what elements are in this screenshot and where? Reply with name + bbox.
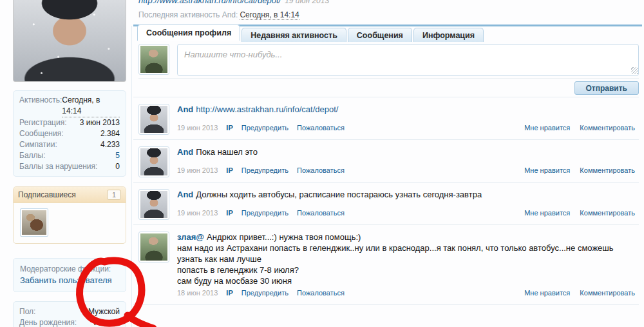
stat-label: День рождения: — [19, 317, 77, 327]
gender-value: Мужской — [88, 306, 120, 317]
ip-link[interactable]: IP — [226, 209, 232, 217]
warn-link[interactable]: Предупредить — [242, 124, 289, 132]
composer-footer: Отправить — [138, 78, 639, 96]
stat-row-activity: Активность: Сегодня, в 14:14 — [19, 95, 120, 117]
like-link[interactable]: Мне нравится — [524, 209, 570, 217]
post-date: 19 июн 2013 — [177, 124, 218, 132]
last-activity-label: Последняя активность And: — [138, 10, 238, 19]
post-text: AndДолжны ходить автобусы, расписание по… — [177, 189, 636, 200]
profile-post: Andhttp://www.astrakhan.ru/info/cat/depo… — [133, 97, 639, 140]
warn-link[interactable]: Предупредить — [242, 209, 289, 217]
post-message: Пока нашел это — [196, 147, 258, 157]
ip-link[interactable]: IP — [226, 166, 232, 174]
follower-avatar-image — [22, 210, 46, 235]
quoted-link-line: http://www.astrakhan.ru/info/cat/depot/1… — [138, 0, 329, 5]
stat-label: Регистрация: — [19, 117, 66, 128]
last-activity-line: Последняя активность And:Сегодня, в 14:1… — [138, 10, 299, 19]
profile-post: AndПока нашел это 19 июн 2013 IP Предупр… — [133, 140, 639, 183]
post-message-line: сам буду на мосбазе 30 июня — [177, 275, 636, 286]
like-link[interactable]: Мне нравится — [524, 166, 570, 174]
report-link[interactable]: Пожаловаться — [297, 124, 345, 132]
post-body: Andhttp://www.astrakhan.ru/info/cat/depo… — [177, 104, 636, 139]
birthday-value: Июнь 3 — [93, 317, 120, 327]
personal-row-gender: Пол: Мужской — [19, 306, 120, 317]
post-message: Должны ходить автобусы, расписание поста… — [196, 190, 482, 199]
stat-label: Активность: — [19, 95, 62, 117]
stat-value: 3 июн 2013 — [80, 117, 120, 128]
comment-link[interactable]: Комментировать — [580, 166, 635, 174]
tab-messages[interactable]: Сообщения — [348, 28, 412, 42]
followers-body — [14, 203, 126, 243]
ban-user-link[interactable]: Забанить пользователя — [20, 275, 119, 286]
personal-info-box: Пол: Мужской День рождения: Июнь 3 Адрес… — [13, 301, 126, 327]
report-link[interactable]: Пожаловаться — [297, 209, 345, 217]
profile-posts-list: Andhttp://www.astrakhan.ru/info/cat/depo… — [133, 97, 639, 305]
post-date: 18 июн 2013 — [177, 289, 218, 297]
quoted-url-link[interactable]: http://www.astrakhan.ru/info/cat/depot/ — [138, 0, 281, 5]
post-author-avatar[interactable] — [138, 104, 169, 135]
comment-link[interactable]: Комментировать — [580, 124, 635, 132]
post-text: Andhttp://www.astrakhan.ru/info/cat/depo… — [177, 104, 636, 115]
stats-box: Активность: Сегодня, в 14:14 Регистрация… — [13, 90, 126, 177]
stat-row-likes: Симпатии: 4.233 — [19, 139, 120, 150]
comment-link[interactable]: Комментировать — [580, 209, 635, 217]
profile-post: злая@Андрюх привет...:) нужна твоя помощ… — [133, 225, 639, 305]
stat-row-registration: Регистрация: 3 июн 2013 — [19, 117, 120, 128]
profile-photo[interactable] — [13, 0, 126, 82]
post-url-link[interactable]: http://www.astrakhan.ru/info/cat/depot/ — [196, 104, 338, 114]
like-link[interactable]: Мне нравится — [524, 289, 570, 297]
stat-label: Симпатии: — [19, 139, 57, 150]
post-message-line: попасть в геленджик 7-8 июля? — [177, 264, 636, 275]
report-link[interactable]: Пожаловаться — [297, 289, 345, 297]
post-author-avatar[interactable] — [138, 232, 169, 263]
tab-recent-activity[interactable]: Недавняя активность — [242, 28, 346, 42]
post-author-link[interactable]: злая@ — [177, 232, 204, 242]
post-author-link[interactable]: And — [177, 147, 193, 157]
tab-strip: Сообщения профиля Недавняя активность Со… — [133, 25, 642, 41]
comment-link[interactable]: Комментировать — [580, 289, 635, 297]
profile-post: AndДолжны ходить автобусы, расписание по… — [133, 183, 639, 225]
stat-value: 0 — [115, 161, 120, 172]
status-input[interactable] — [177, 44, 639, 76]
post-date: 19 июн 2013 — [177, 209, 218, 217]
follower-avatar[interactable] — [20, 208, 48, 237]
followers-count-badge: 1 — [107, 190, 121, 200]
post-author-link[interactable]: And — [177, 104, 193, 114]
post-author-avatar[interactable] — [138, 146, 169, 177]
post-author-link[interactable]: And — [177, 190, 193, 199]
resize-handle-icon[interactable] — [631, 67, 638, 74]
stat-label: Баллы: — [19, 150, 46, 161]
post-text: злая@Андрюх привет...:) нужна твоя помощ… — [177, 232, 636, 286]
ip-link[interactable]: IP — [226, 124, 232, 132]
warn-link[interactable]: Предупредить — [242, 289, 289, 297]
stat-value: 4.233 — [100, 139, 120, 150]
post-author-avatar-image — [140, 148, 167, 175]
report-link[interactable]: Пожаловаться — [297, 166, 345, 174]
send-button[interactable]: Отправить — [574, 81, 639, 95]
post-message-line: нам надо из Астрахани попасть в геленджи… — [177, 243, 636, 264]
tab-information[interactable]: Информация — [413, 28, 484, 42]
stat-value: 2.384 — [100, 128, 120, 139]
followers-box: Подписавшиеся 1 — [13, 186, 126, 244]
post-body: AndПока нашел это 19 июн 2013 IP Предупр… — [177, 146, 636, 182]
post-text: AndПока нашел это — [177, 146, 636, 157]
post-footer: 19 июн 2013 IP Предупредить Пожаловаться… — [177, 209, 636, 224]
profile-page: Активность: Сегодня, в 14:14 Регистрация… — [0, 0, 644, 327]
quoted-link-date: 19 июн 2013 — [285, 0, 329, 5]
points-link[interactable]: 5 — [115, 150, 120, 161]
stat-value: Сегодня, в 14:14 — [62, 95, 120, 117]
like-link[interactable]: Мне нравится — [524, 124, 570, 132]
post-author-avatar-image — [140, 191, 167, 218]
post-body: AndДолжны ходить автобусы, расписание по… — [177, 189, 636, 224]
post-author-avatar[interactable] — [138, 189, 169, 220]
ip-link[interactable]: IP — [226, 289, 232, 297]
post-footer: 19 июн 2013 IP Предупредить Пожаловаться… — [177, 124, 636, 139]
tab-profile-posts[interactable]: Сообщения профиля — [137, 25, 240, 41]
warn-link[interactable]: Предупредить — [242, 166, 289, 174]
followers-title: Подписавшиеся — [18, 190, 76, 199]
post-footer-right: Мне нравится Комментировать — [516, 289, 635, 297]
composer-avatar[interactable] — [138, 44, 169, 75]
stat-row-warning-points: Баллы за нарушения: 0 — [19, 161, 120, 172]
column-divider — [131, 26, 132, 327]
followers-header: Подписавшиеся 1 — [14, 187, 126, 203]
